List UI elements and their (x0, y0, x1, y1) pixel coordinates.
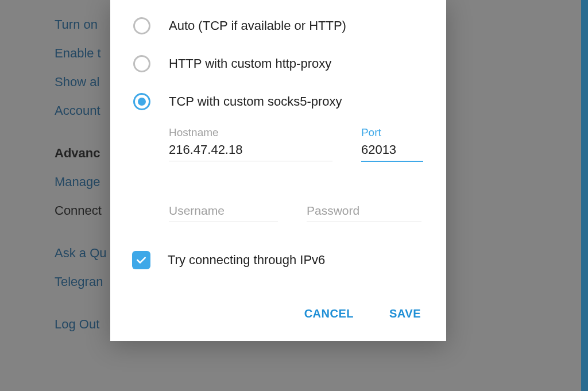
radio-option-http[interactable]: HTTP with custom http-proxy (110, 45, 446, 83)
cancel-button[interactable]: CANCEL (302, 304, 356, 324)
radio-icon (133, 93, 150, 110)
ipv6-label: Try connecting through IPv6 (168, 253, 325, 268)
radio-label-http: HTTP with custom http-proxy (169, 56, 331, 71)
ipv6-checkbox[interactable] (132, 251, 150, 269)
radio-icon (133, 55, 150, 72)
username-input[interactable] (169, 201, 278, 222)
hostname-input[interactable] (169, 140, 332, 161)
radio-option-tcp-socks5[interactable]: TCP with custom socks5-proxy (110, 83, 446, 121)
hostname-label: Hostname (169, 126, 332, 139)
radio-option-auto[interactable]: Auto (TCP if available or HTTP) (110, 7, 446, 45)
radio-label-auto: Auto (TCP if available or HTTP) (169, 18, 346, 33)
right-edge-strip (581, 0, 588, 391)
connection-type-dialog: Auto (TCP if available or HTTP) HTTP wit… (110, 0, 446, 341)
password-input[interactable] (307, 201, 421, 222)
check-icon (136, 254, 147, 266)
port-input[interactable] (361, 140, 423, 162)
save-button[interactable]: SAVE (387, 304, 423, 324)
radio-label-tcp: TCP with custom socks5-proxy (169, 94, 342, 109)
radio-icon (133, 17, 150, 34)
port-label: Port (361, 126, 423, 139)
